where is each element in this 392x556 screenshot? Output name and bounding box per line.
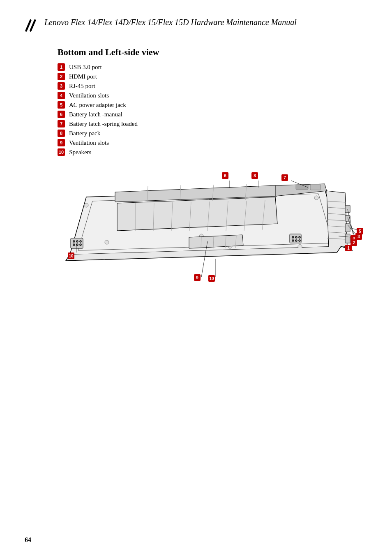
item-label: AC power adapter jack bbox=[69, 102, 126, 109]
diagram-badge-8: 8 bbox=[251, 172, 258, 179]
item-badge: 3 bbox=[58, 82, 65, 90]
svg-point-29 bbox=[73, 244, 75, 246]
list-item: 5 AC power adapter jack bbox=[58, 101, 367, 109]
svg-point-33 bbox=[292, 236, 294, 238]
list-item: 10 Speakers bbox=[58, 148, 367, 156]
item-badge: 8 bbox=[58, 130, 65, 137]
svg-rect-46 bbox=[310, 184, 321, 190]
item-badge: 6 bbox=[58, 111, 65, 118]
item-label: HDMI port bbox=[69, 73, 97, 80]
item-label: Ventilation slots bbox=[69, 92, 109, 99]
diagram-badge-6: 6 bbox=[222, 172, 228, 179]
list-item: 9 Ventilation slots bbox=[58, 139, 367, 146]
page-container: Lenovo Flex 14/Flex 14D/Flex 15/Flex 15D… bbox=[0, 0, 392, 556]
item-label: Speakers bbox=[69, 149, 91, 156]
svg-rect-24 bbox=[345, 234, 350, 243]
diagram-badge-3: 3 bbox=[355, 233, 362, 240]
svg-point-31 bbox=[80, 244, 81, 246]
list-item: 8 Battery pack bbox=[58, 130, 367, 137]
laptop-diagram bbox=[45, 164, 366, 292]
svg-line-1 bbox=[30, 20, 35, 30]
diagram-badge-9: 9 bbox=[194, 274, 201, 281]
diagram-badge-10-bottom: 10 bbox=[208, 275, 215, 282]
svg-rect-45 bbox=[296, 185, 308, 190]
item-badge: 5 bbox=[58, 101, 65, 109]
svg-point-38 bbox=[299, 240, 300, 241]
list-item: 7 Battery latch -spring loaded bbox=[58, 120, 367, 127]
item-badge: 9 bbox=[58, 139, 65, 146]
page-number: 64 bbox=[25, 536, 31, 544]
svg-point-35 bbox=[299, 236, 300, 238]
svg-point-28 bbox=[80, 241, 81, 242]
svg-rect-21 bbox=[345, 205, 350, 213]
item-badge: 7 bbox=[58, 120, 65, 127]
diagram-badge-1: 1 bbox=[345, 245, 352, 251]
svg-point-26 bbox=[73, 241, 75, 242]
item-label: Battery latch -manual bbox=[69, 111, 122, 118]
svg-line-0 bbox=[26, 20, 31, 30]
item-label: RJ-45 port bbox=[69, 83, 95, 90]
svg-point-36 bbox=[292, 240, 294, 241]
svg-point-41 bbox=[105, 240, 109, 244]
list-item: 1 USB 3.0 port bbox=[58, 63, 367, 71]
list-item: 2 HDMI port bbox=[58, 73, 367, 80]
diagram-badge-7: 7 bbox=[281, 174, 288, 181]
diagram-badge-10-left: 10 bbox=[68, 253, 74, 259]
svg-point-37 bbox=[295, 240, 297, 241]
section-heading: Bottom and Left-side view bbox=[58, 47, 367, 58]
lenovo-logo-icon bbox=[25, 18, 39, 35]
svg-point-27 bbox=[76, 241, 78, 242]
svg-point-39 bbox=[84, 203, 88, 207]
item-badge: 4 bbox=[58, 92, 65, 99]
item-label: USB 3.0 port bbox=[69, 64, 102, 71]
svg-point-34 bbox=[295, 236, 297, 238]
list-item: 4 Ventilation slots bbox=[58, 92, 367, 99]
list-item: 6 Battery latch -manual bbox=[58, 111, 367, 118]
diagram-container: 6 8 7 10 5 4 9 3 2 1 10 bbox=[45, 164, 382, 296]
item-label: Battery latch -spring loaded bbox=[69, 120, 138, 127]
item-badge: 2 bbox=[58, 73, 65, 80]
item-label: Ventilation slots bbox=[69, 139, 109, 146]
item-label: Battery pack bbox=[69, 130, 100, 137]
item-badge: 10 bbox=[58, 148, 65, 156]
document-title: Lenovo Flex 14/Flex 14D/Flex 15/Flex 15D… bbox=[44, 16, 297, 28]
list-item: 3 RJ-45 port bbox=[58, 82, 367, 90]
svg-point-40 bbox=[314, 196, 318, 200]
header: Lenovo Flex 14/Flex 14D/Flex 15/Flex 15D… bbox=[25, 16, 367, 35]
item-badge: 1 bbox=[58, 63, 65, 71]
items-list: 1 USB 3.0 port 2 HDMI port 3 RJ-45 port … bbox=[58, 63, 367, 156]
